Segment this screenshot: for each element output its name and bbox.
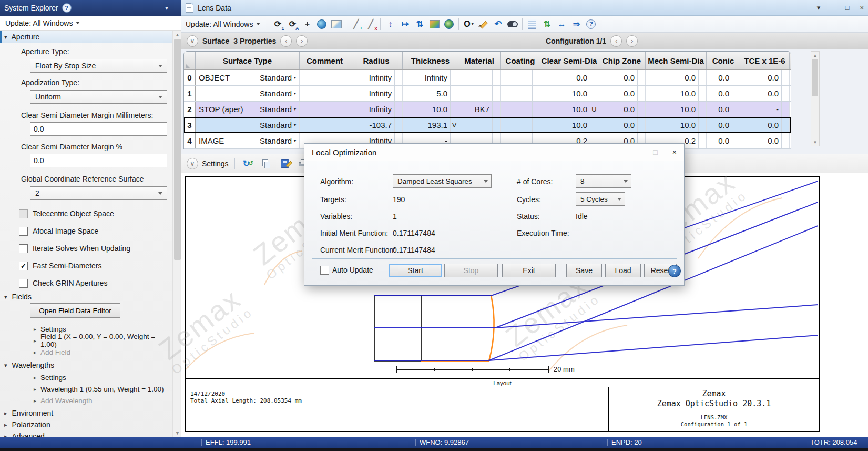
- algorithm-select[interactable]: Damped Least Squares: [393, 174, 492, 188]
- expand-properties-icon[interactable]: ∨: [187, 35, 198, 47]
- cell-thickness[interactable]: 5.0: [403, 86, 458, 101]
- dialog-titlebar[interactable]: Local Optimization – □ ×: [304, 144, 684, 161]
- section-aperture[interactable]: ▾ Aperture: [0, 31, 172, 43]
- scroll-up-icon[interactable]: ▲: [811, 52, 819, 59]
- cell-mech[interactable]: 0.0: [646, 70, 707, 85]
- solve-flag[interactable]: [532, 86, 540, 101]
- row-number[interactable]: 4: [184, 133, 196, 148]
- cell-tce[interactable]: -: [740, 102, 790, 117]
- table-header-mech-semi-dia[interactable]: Mech Semi-Dia: [646, 52, 707, 69]
- globe-icon[interactable]: [315, 17, 329, 31]
- solve-flag[interactable]: V: [450, 117, 458, 133]
- scroll-down-icon[interactable]: ▼: [811, 138, 819, 146]
- solve-flag[interactable]: [637, 86, 645, 101]
- solve-flag[interactable]: [732, 133, 740, 148]
- section-wavelengths[interactable]: ▾ Wavelengths: [4, 361, 54, 369]
- solve-flag[interactable]: U: [590, 102, 598, 117]
- expand-arrow-icon[interactable]: ▸: [34, 338, 36, 344]
- scrollbar-thumb[interactable]: [174, 39, 181, 260]
- cell-tce[interactable]: 0.0: [740, 133, 790, 148]
- cell-mech[interactable]: 10.0: [646, 102, 707, 117]
- cell-coating[interactable]: [501, 86, 540, 101]
- checkbox-iterate-solves-when-updating[interactable]: Iterate Solves When Updating: [19, 243, 130, 254]
- save-icon[interactable]: [278, 157, 292, 171]
- insert-after-icon[interactable]: ↦: [398, 17, 412, 31]
- expand-arrow-icon[interactable]: ▸: [4, 410, 7, 417]
- auto-update-checkbox[interactable]: [320, 266, 329, 275]
- close-icon[interactable]: ×: [672, 148, 677, 156]
- tree-item-add-wavelength[interactable]: ▸Add Wavelength: [0, 395, 172, 406]
- next-surface-icon[interactable]: ›: [296, 35, 308, 47]
- collapse-arrow-icon[interactable]: ▾: [4, 362, 7, 369]
- solve-flag[interactable]: [698, 102, 706, 117]
- surface-type-value[interactable]: Standard: [260, 105, 292, 114]
- solve-flag[interactable]: [492, 86, 500, 101]
- csd-margin-pct-input[interactable]: [30, 154, 167, 167]
- section-fields[interactable]: ▾ Fields: [4, 293, 32, 301]
- checkbox-telecentric-object-space[interactable]: Telecentric Object Space: [19, 208, 130, 219]
- scrollbar-thumb[interactable]: [812, 59, 818, 96]
- checkbox-icon[interactable]: [19, 279, 28, 288]
- expand-arrow-icon[interactable]: ▸: [4, 422, 7, 428]
- aperture-type-select[interactable]: Float By Stop Size: [30, 59, 167, 73]
- cell-clear[interactable]: 10.0: [540, 117, 598, 133]
- solve-flag[interactable]: [492, 102, 500, 117]
- table-header-radius[interactable]: Radius: [350, 52, 403, 69]
- cell-surface-type[interactable]: OBJECTStandard▾: [196, 70, 300, 85]
- table-header-surface-type[interactable]: Surface Type: [196, 52, 300, 69]
- cell-clear[interactable]: 0.0: [540, 70, 598, 85]
- prev-config-icon[interactable]: ‹: [610, 35, 622, 47]
- table-row-surface-3[interactable]: 3Standard▾-103.7193.1V10.00.010.00.00.0: [184, 117, 791, 133]
- cell-chip[interactable]: 0.0: [598, 102, 646, 117]
- surface-type-value[interactable]: Standard: [260, 121, 292, 129]
- solve-flag[interactable]: [394, 102, 402, 117]
- cell-mech[interactable]: 10.0: [646, 86, 707, 101]
- exit-button[interactable]: Exit: [502, 264, 556, 277]
- cell-conic[interactable]: 0.0: [707, 102, 740, 117]
- row-number[interactable]: 0: [184, 70, 196, 85]
- table-header-conic[interactable]: Conic: [707, 52, 740, 69]
- report-sheet-icon[interactable]: [525, 17, 539, 31]
- table-header-material[interactable]: Material: [458, 52, 501, 69]
- solve-flag[interactable]: [732, 70, 740, 85]
- sketch-pencil-icon[interactable]: [476, 17, 490, 31]
- cell-surface-type[interactable]: Standard▾: [196, 117, 300, 133]
- table-row-surface-1[interactable]: 1Standard▾Infinity5.010.00.010.00.00.0: [184, 86, 791, 102]
- solve-flag[interactable]: [532, 70, 540, 85]
- close-icon[interactable]: ×: [860, 4, 864, 12]
- collapse-arrow-icon[interactable]: ▾: [4, 294, 7, 300]
- double-arrows-icon[interactable]: ↔: [555, 17, 568, 31]
- surface-type-value[interactable]: Standard: [260, 136, 292, 145]
- cell-radius[interactable]: Infinity: [350, 102, 403, 117]
- solve-flag[interactable]: [781, 102, 789, 117]
- swap-surfaces-icon[interactable]: ⇅: [413, 17, 426, 31]
- cell-thickness[interactable]: Infinity: [403, 70, 458, 85]
- cell-surface-type[interactable]: Standard▾: [196, 86, 300, 101]
- cell-coating[interactable]: [501, 102, 540, 117]
- cell-chip[interactable]: 0.0: [598, 117, 646, 133]
- checkbox-icon[interactable]: [19, 244, 28, 253]
- cycles-select[interactable]: 5 Cycles: [576, 192, 625, 206]
- row-number[interactable]: 2: [184, 102, 196, 117]
- solve-flag[interactable]: [394, 117, 402, 133]
- cell-material[interactable]: [458, 86, 501, 101]
- cell-conic[interactable]: 0.0: [707, 133, 740, 148]
- image-preview-icon[interactable]: [330, 17, 343, 31]
- panel-menu-icon[interactable]: ▾: [165, 4, 168, 12]
- csd-margin-mm-input[interactable]: [30, 122, 167, 136]
- cell-conic[interactable]: 0.0: [707, 117, 740, 133]
- solve-flag[interactable]: [781, 86, 789, 101]
- solve-flag[interactable]: [590, 86, 598, 101]
- minimize-icon[interactable]: –: [831, 4, 834, 12]
- prev-surface-icon[interactable]: ‹: [280, 35, 292, 47]
- surface-type-value[interactable]: Standard: [260, 73, 292, 82]
- table-scrollbar[interactable]: ▲ ▼: [811, 51, 820, 146]
- system-explorer-titlebar[interactable]: System Explorer ? ▾: [0, 0, 181, 16]
- copy-icon[interactable]: [260, 157, 273, 171]
- solve-flag[interactable]: [732, 86, 740, 101]
- cell-comment[interactable]: [300, 117, 350, 133]
- solve-flag[interactable]: [637, 70, 645, 85]
- solve-flag[interactable]: [450, 70, 458, 85]
- checkbox-icon[interactable]: ✓: [19, 262, 28, 270]
- cell-tce[interactable]: 0.0: [740, 86, 790, 101]
